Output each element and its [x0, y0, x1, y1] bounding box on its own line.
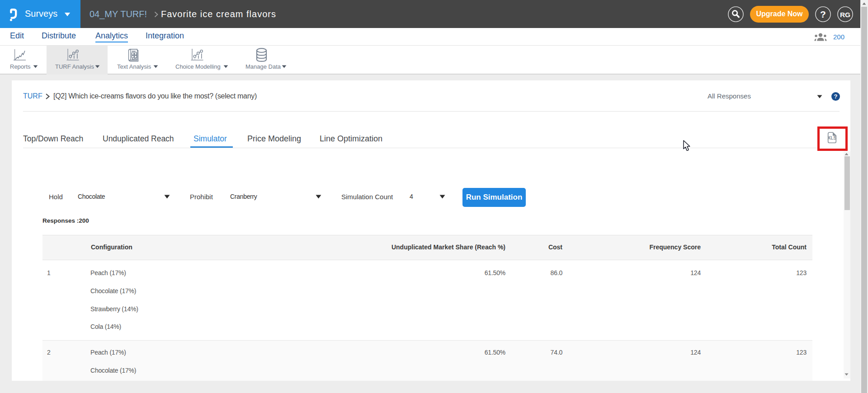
svg-text:?: ? — [820, 9, 826, 19]
svg-text:XLS: XLS — [827, 136, 836, 140]
svg-text:RG: RG — [840, 11, 850, 19]
svg-text:?: ? — [834, 93, 838, 100]
